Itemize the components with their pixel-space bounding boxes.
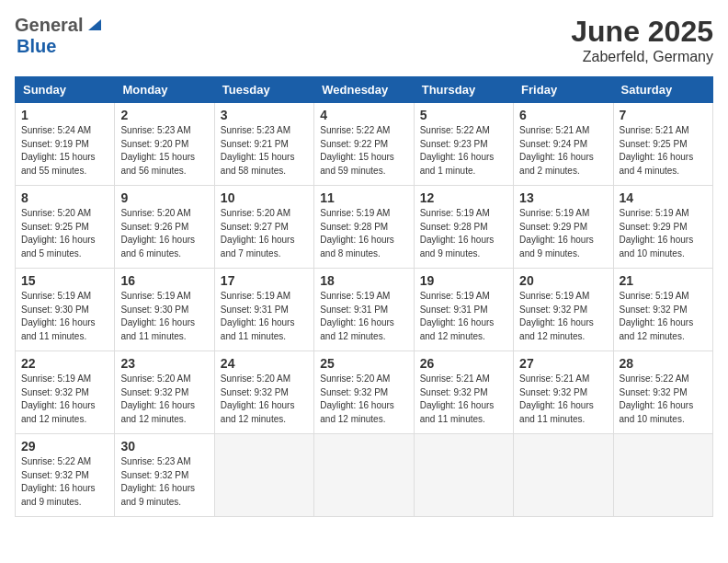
- day-number: 8: [21, 190, 108, 205]
- day-number: 25: [320, 356, 407, 371]
- day-number: 26: [420, 356, 507, 371]
- day-number: 13: [519, 190, 607, 205]
- calendar-week-row: 8Sunrise: 5:20 AM Sunset: 9:25 PM Daylig…: [16, 186, 713, 269]
- calendar-cell: 16Sunrise: 5:19 AM Sunset: 9:30 PM Dayli…: [115, 269, 214, 351]
- calendar-cell: 8Sunrise: 5:20 AM Sunset: 9:25 PM Daylig…: [16, 186, 115, 269]
- day-info: Sunrise: 5:19 AM Sunset: 9:32 PM Dayligh…: [519, 290, 607, 343]
- calendar-cell: 26Sunrise: 5:21 AM Sunset: 9:32 PM Dayli…: [414, 351, 513, 434]
- calendar-day-header: Saturday: [613, 77, 712, 103]
- calendar-table: SundayMondayTuesdayWednesdayThursdayFrid…: [15, 76, 713, 517]
- day-number: 3: [221, 108, 308, 122]
- day-number: 5: [420, 108, 507, 122]
- day-info: Sunrise: 5:22 AM Sunset: 9:32 PM Dayligh…: [620, 373, 707, 426]
- day-info: Sunrise: 5:19 AM Sunset: 9:31 PM Dayligh…: [320, 290, 407, 343]
- day-info: Sunrise: 5:19 AM Sunset: 9:31 PM Dayligh…: [221, 290, 308, 343]
- day-info: Sunrise: 5:24 AM Sunset: 9:19 PM Dayligh…: [21, 124, 108, 178]
- title-block: June 2025 Zaberfeld, Germany: [571, 15, 713, 65]
- day-number: 2: [120, 108, 208, 122]
- calendar-week-row: 15Sunrise: 5:19 AM Sunset: 9:30 PM Dayli…: [16, 269, 713, 351]
- day-number: 1: [21, 108, 108, 122]
- calendar-cell: 5Sunrise: 5:22 AM Sunset: 9:23 PM Daylig…: [414, 103, 513, 186]
- calendar-day-header: Thursday: [414, 77, 513, 103]
- calendar-week-row: 1Sunrise: 5:24 AM Sunset: 9:19 PM Daylig…: [16, 103, 713, 186]
- calendar-cell: 29Sunrise: 5:22 AM Sunset: 9:32 PM Dayli…: [16, 434, 115, 517]
- day-info: Sunrise: 5:19 AM Sunset: 9:32 PM Dayligh…: [21, 373, 108, 426]
- calendar-cell: 28Sunrise: 5:22 AM Sunset: 9:32 PM Dayli…: [613, 351, 712, 434]
- day-info: Sunrise: 5:19 AM Sunset: 9:32 PM Dayligh…: [620, 290, 707, 343]
- calendar-cell: [613, 434, 712, 517]
- day-info: Sunrise: 5:20 AM Sunset: 9:27 PM Dayligh…: [221, 207, 308, 260]
- day-number: 17: [221, 273, 308, 288]
- calendar-cell: 6Sunrise: 5:21 AM Sunset: 9:24 PM Daylig…: [514, 103, 613, 186]
- calendar-cell: 23Sunrise: 5:20 AM Sunset: 9:32 PM Dayli…: [115, 351, 214, 434]
- calendar-week-row: 29Sunrise: 5:22 AM Sunset: 9:32 PM Dayli…: [16, 434, 713, 517]
- day-info: Sunrise: 5:19 AM Sunset: 9:31 PM Dayligh…: [420, 290, 507, 343]
- day-info: Sunrise: 5:19 AM Sunset: 9:28 PM Dayligh…: [320, 207, 407, 260]
- calendar-cell: 1Sunrise: 5:24 AM Sunset: 9:19 PM Daylig…: [16, 103, 115, 186]
- calendar-day-header: Monday: [115, 77, 214, 103]
- day-number: 12: [420, 190, 507, 205]
- calendar-cell: [414, 434, 513, 517]
- logo-triangle-icon: [85, 16, 101, 32]
- day-info: Sunrise: 5:21 AM Sunset: 9:24 PM Dayligh…: [519, 124, 607, 178]
- calendar-cell: 9Sunrise: 5:20 AM Sunset: 9:26 PM Daylig…: [115, 186, 214, 269]
- calendar-cell: 3Sunrise: 5:23 AM Sunset: 9:21 PM Daylig…: [214, 103, 313, 186]
- day-number: 29: [21, 439, 108, 454]
- day-number: 4: [320, 108, 407, 122]
- calendar-cell: 13Sunrise: 5:19 AM Sunset: 9:29 PM Dayli…: [514, 186, 613, 269]
- page-title: June 2025: [571, 15, 713, 49]
- day-info: Sunrise: 5:20 AM Sunset: 9:25 PM Dayligh…: [21, 207, 108, 260]
- calendar-cell: 7Sunrise: 5:21 AM Sunset: 9:25 PM Daylig…: [613, 103, 712, 186]
- calendar-cell: 22Sunrise: 5:19 AM Sunset: 9:32 PM Dayli…: [16, 351, 115, 434]
- calendar-cell: 27Sunrise: 5:21 AM Sunset: 9:32 PM Dayli…: [514, 351, 613, 434]
- calendar-cell: 19Sunrise: 5:19 AM Sunset: 9:31 PM Dayli…: [414, 269, 513, 351]
- day-info: Sunrise: 5:20 AM Sunset: 9:32 PM Dayligh…: [320, 373, 407, 426]
- calendar-cell: 15Sunrise: 5:19 AM Sunset: 9:30 PM Dayli…: [16, 269, 115, 351]
- day-info: Sunrise: 5:19 AM Sunset: 9:29 PM Dayligh…: [519, 207, 607, 260]
- calendar-day-header: Tuesday: [214, 77, 313, 103]
- calendar-cell: 24Sunrise: 5:20 AM Sunset: 9:32 PM Dayli…: [214, 351, 313, 434]
- day-info: Sunrise: 5:21 AM Sunset: 9:25 PM Dayligh…: [620, 124, 707, 178]
- day-info: Sunrise: 5:19 AM Sunset: 9:29 PM Dayligh…: [620, 207, 707, 260]
- calendar-cell: 20Sunrise: 5:19 AM Sunset: 9:32 PM Dayli…: [514, 269, 613, 351]
- day-number: 27: [519, 356, 607, 371]
- day-info: Sunrise: 5:22 AM Sunset: 9:23 PM Dayligh…: [420, 124, 507, 178]
- calendar-day-header: Friday: [514, 77, 613, 103]
- calendar-cell: [514, 434, 613, 517]
- day-info: Sunrise: 5:19 AM Sunset: 9:30 PM Dayligh…: [21, 290, 108, 343]
- calendar-week-row: 22Sunrise: 5:19 AM Sunset: 9:32 PM Dayli…: [16, 351, 713, 434]
- page-subtitle: Zaberfeld, Germany: [571, 49, 713, 65]
- day-info: Sunrise: 5:19 AM Sunset: 9:30 PM Dayligh…: [120, 290, 208, 343]
- calendar-day-header: Sunday: [16, 77, 115, 103]
- day-number: 21: [620, 273, 707, 288]
- day-number: 9: [120, 190, 208, 205]
- day-number: 28: [620, 356, 707, 371]
- day-info: Sunrise: 5:20 AM Sunset: 9:26 PM Dayligh…: [120, 207, 208, 260]
- logo-general-text: General: [15, 15, 83, 36]
- calendar-cell: 14Sunrise: 5:19 AM Sunset: 9:29 PM Dayli…: [613, 186, 712, 269]
- day-info: Sunrise: 5:21 AM Sunset: 9:32 PM Dayligh…: [519, 373, 607, 426]
- calendar-cell: 18Sunrise: 5:19 AM Sunset: 9:31 PM Dayli…: [314, 269, 414, 351]
- calendar-cell: 2Sunrise: 5:23 AM Sunset: 9:20 PM Daylig…: [115, 103, 214, 186]
- day-number: 16: [120, 273, 208, 288]
- day-number: 10: [221, 190, 308, 205]
- day-number: 6: [519, 108, 607, 122]
- day-info: Sunrise: 5:22 AM Sunset: 9:22 PM Dayligh…: [320, 124, 407, 178]
- day-info: Sunrise: 5:21 AM Sunset: 9:32 PM Dayligh…: [420, 373, 507, 426]
- calendar-header-row: SundayMondayTuesdayWednesdayThursdayFrid…: [16, 77, 713, 103]
- calendar-cell: 25Sunrise: 5:20 AM Sunset: 9:32 PM Dayli…: [314, 351, 414, 434]
- calendar-cell: 21Sunrise: 5:19 AM Sunset: 9:32 PM Dayli…: [613, 269, 712, 351]
- day-number: 24: [221, 356, 308, 371]
- day-number: 30: [120, 439, 208, 454]
- day-number: 11: [320, 190, 407, 205]
- day-number: 15: [21, 273, 108, 288]
- day-info: Sunrise: 5:23 AM Sunset: 9:21 PM Dayligh…: [221, 124, 308, 178]
- logo-blue-text: Blue: [17, 36, 56, 56]
- calendar-cell: [314, 434, 414, 517]
- page-header: General Blue June 2025 Zaberfeld, German…: [15, 15, 713, 65]
- day-number: 20: [519, 273, 607, 288]
- day-info: Sunrise: 5:20 AM Sunset: 9:32 PM Dayligh…: [120, 373, 208, 426]
- calendar-cell: 12Sunrise: 5:19 AM Sunset: 9:28 PM Dayli…: [414, 186, 513, 269]
- calendar-cell: 30Sunrise: 5:23 AM Sunset: 9:32 PM Dayli…: [115, 434, 214, 517]
- calendar-cell: 11Sunrise: 5:19 AM Sunset: 9:28 PM Dayli…: [314, 186, 414, 269]
